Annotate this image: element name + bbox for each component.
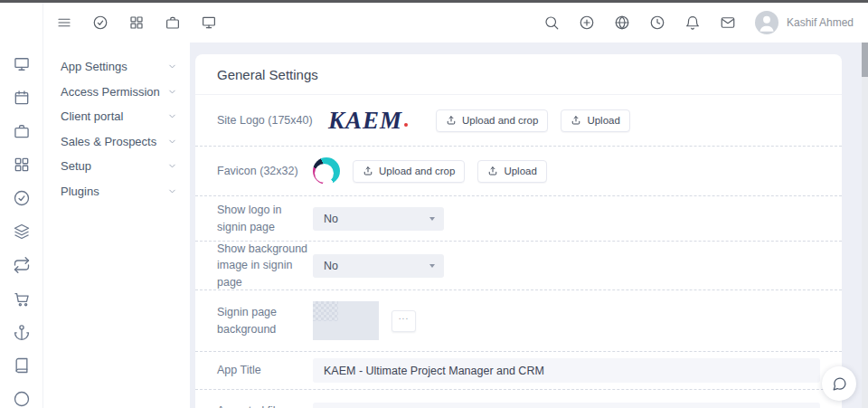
sidebar-item-client-portal[interactable]: Client portal bbox=[44, 104, 190, 129]
sidebar-item-sales-prospects[interactable]: Sales & Prospects bbox=[44, 129, 190, 155]
signin-bg-label: Signin page background bbox=[217, 304, 313, 337]
chevron-down-icon bbox=[167, 62, 177, 71]
favicon-upload-button[interactable]: Upload bbox=[477, 160, 546, 183]
signin-bg-thumbnail bbox=[313, 301, 379, 340]
favicon-upload-crop-button[interactable]: Upload and crop bbox=[353, 160, 465, 183]
user-menu[interactable]: Kashif Ahmed bbox=[755, 11, 854, 34]
navbar-left-icons bbox=[43, 14, 217, 31]
show-bg-signin-select[interactable]: No bbox=[313, 254, 444, 278]
anchor-icon[interactable] bbox=[13, 323, 31, 341]
main-content: General Settings Site Logo (175x40) KAEM… bbox=[190, 43, 868, 408]
favicon-preview bbox=[313, 157, 340, 185]
sidebar-item-label: App Settings bbox=[61, 60, 167, 73]
chat-button[interactable] bbox=[822, 366, 856, 401]
favicon-label: Favicon (32x32) bbox=[217, 163, 313, 179]
briefcase-icon[interactable] bbox=[13, 122, 31, 140]
avatar bbox=[755, 11, 778, 34]
briefcase-icon[interactable] bbox=[165, 14, 181, 31]
check-circle-icon[interactable] bbox=[92, 14, 108, 31]
user-name: Kashif Ahmed bbox=[787, 16, 854, 29]
navbar-right-icons: Kashif Ahmed bbox=[543, 11, 868, 34]
plus-circle-icon[interactable] bbox=[579, 14, 595, 31]
message-bubble-icon bbox=[832, 376, 847, 392]
settings-sidebar: App Settings Access Permission Client po… bbox=[44, 43, 190, 408]
show-logo-signin-row: Show logo in signin page No bbox=[195, 196, 842, 242]
show-logo-signin-label: Show logo in signin page bbox=[217, 202, 313, 234]
navbar-left-pad bbox=[0, 3, 43, 43]
general-settings-card: General Settings Site Logo (175x40) KAEM… bbox=[195, 54, 842, 408]
shopping-cart-icon[interactable] bbox=[13, 289, 31, 308]
site-logo-upload-button[interactable]: Upload bbox=[561, 109, 629, 132]
sidebar-item-access-permission[interactable]: Access Permission bbox=[44, 80, 190, 105]
clock-icon[interactable] bbox=[649, 14, 665, 31]
upload-icon bbox=[571, 115, 581, 126]
page-scrollbar[interactable] bbox=[862, 43, 868, 408]
select-value: No bbox=[324, 213, 338, 225]
upload-icon bbox=[446, 115, 457, 126]
top-accent-strip bbox=[0, 0, 868, 3]
page-title: General Settings bbox=[195, 54, 842, 95]
sidebar-item-label: Setup bbox=[61, 159, 167, 173]
sidebar-item-label: Client portal bbox=[61, 109, 167, 123]
site-logo-row: Site Logo (175x40) KAEM Upload and crop … bbox=[195, 95, 842, 147]
signin-bg-more-button[interactable]: ... bbox=[392, 310, 416, 332]
accepted-format-row: Accepted file format bbox=[195, 390, 842, 408]
chevron-down-icon bbox=[167, 161, 177, 171]
chevron-down-icon bbox=[167, 111, 177, 121]
show-bg-signin-label: Show background image in signin page bbox=[217, 241, 313, 289]
circle-icon[interactable] bbox=[13, 390, 31, 408]
accepted-format-input[interactable] bbox=[313, 403, 820, 408]
app-title-row: App Title bbox=[195, 352, 842, 390]
select-caret-icon bbox=[429, 264, 435, 268]
calendar-icon[interactable] bbox=[13, 89, 31, 107]
bell-icon[interactable] bbox=[684, 14, 701, 31]
sidebar-item-plugins[interactable]: Plugins bbox=[44, 179, 190, 204]
module-iconbar bbox=[0, 43, 43, 408]
chevron-down-icon bbox=[167, 186, 177, 196]
site-logo-preview: KAEM bbox=[313, 107, 423, 135]
site-logo-upload-crop-button[interactable]: Upload and crop bbox=[436, 109, 548, 132]
repeat-icon[interactable] bbox=[13, 256, 31, 274]
top-navbar: Kashif Ahmed bbox=[0, 3, 868, 43]
layers-icon[interactable] bbox=[13, 223, 31, 241]
select-caret-icon bbox=[429, 217, 435, 221]
upload-icon bbox=[363, 166, 373, 176]
show-bg-signin-row: Show background image in signin page No bbox=[195, 242, 842, 290]
scrollbar-thumb[interactable] bbox=[862, 43, 868, 77]
menu-icon[interactable] bbox=[56, 14, 72, 31]
app-title-label: App Title bbox=[217, 362, 313, 378]
favicon-row: Favicon (32x32) Upload and crop Upload bbox=[195, 147, 842, 196]
select-value: No bbox=[324, 260, 338, 272]
app-title-input[interactable] bbox=[313, 358, 820, 383]
chevron-down-icon bbox=[167, 87, 177, 97]
mail-icon[interactable] bbox=[720, 14, 736, 31]
monitor-icon[interactable] bbox=[13, 55, 31, 73]
sidebar-item-label: Plugins bbox=[61, 185, 167, 198]
globe-icon[interactable] bbox=[614, 14, 630, 31]
search-icon[interactable] bbox=[543, 14, 560, 31]
check-circle-icon[interactable] bbox=[13, 189, 31, 207]
sidebar-item-label: Sales & Prospects bbox=[61, 135, 167, 148]
book-icon[interactable] bbox=[13, 356, 31, 375]
chevron-down-icon bbox=[167, 137, 177, 147]
signin-bg-row: Signin page background ... bbox=[195, 290, 842, 352]
grid-icon[interactable] bbox=[13, 156, 31, 174]
upload-icon bbox=[487, 166, 498, 176]
logo-dot bbox=[404, 123, 408, 127]
site-logo-label: Site Logo (175x40) bbox=[217, 112, 313, 128]
sidebar-item-app-settings[interactable]: App Settings bbox=[44, 54, 190, 80]
show-logo-signin-select[interactable]: No bbox=[313, 207, 444, 231]
grid-icon[interactable] bbox=[128, 14, 145, 31]
sidebar-item-label: Access Permission bbox=[61, 85, 167, 99]
sidebar-item-setup[interactable]: Setup bbox=[44, 154, 190, 179]
accepted-format-label: Accepted file format bbox=[217, 403, 313, 408]
monitor-icon[interactable] bbox=[201, 14, 217, 31]
